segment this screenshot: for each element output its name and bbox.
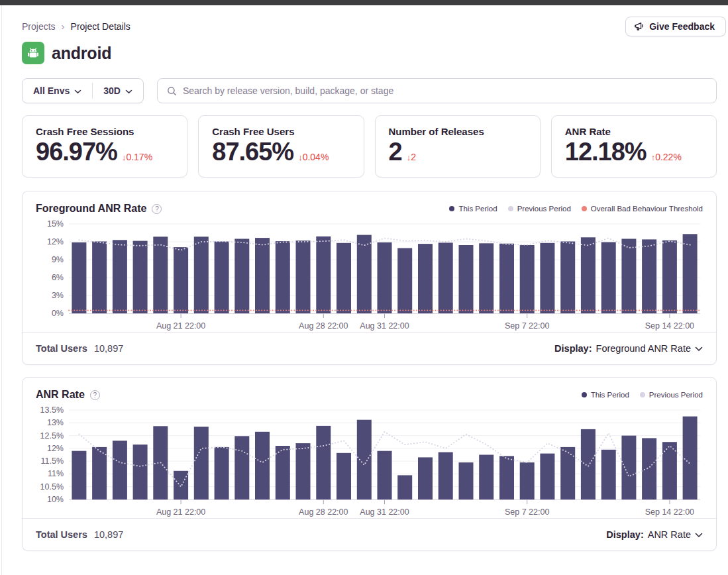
chevron-down-icon	[695, 529, 703, 540]
breadcrumb-current: Project Details	[71, 21, 130, 32]
display-value: ANR Rate	[648, 529, 691, 540]
foreground-anr-rate-chart[interactable]: 0%3%6%9%12%15%Aug 21 22:00Aug 28 22:00Au…	[36, 219, 704, 332]
stats-row: Crash Free Sessions 96.97% ↓0.17% Crash …	[22, 115, 717, 178]
chevron-right-icon: ›	[62, 21, 65, 32]
stat-delta: ↓0.04%	[298, 152, 329, 162]
svg-text:Aug 21 22:00: Aug 21 22:00	[156, 507, 205, 517]
svg-text:13.5%: 13.5%	[40, 405, 64, 415]
help-icon[interactable]: ?	[90, 390, 100, 400]
project-header: android	[22, 42, 717, 64]
stat-card-crash-free-sessions: Crash Free Sessions 96.97% ↓0.17%	[22, 115, 187, 178]
svg-text:Aug 28 22:00: Aug 28 22:00	[299, 507, 348, 517]
svg-text:12%: 12%	[47, 444, 64, 453]
svg-text:Aug 21 22:00: Aug 21 22:00	[156, 321, 205, 331]
total-users: Total Users 10,897	[36, 529, 123, 540]
foreground-anr-rate-card: Foreground ANR Rate ? This PeriodPreviou…	[22, 191, 717, 365]
search-icon	[167, 86, 177, 96]
stat-value: 12.18%	[565, 138, 647, 166]
svg-text:13%: 13%	[47, 418, 64, 427]
anr-rate-chart[interactable]: 10%10.5%11%11.5%12%12.5%13%13.5%Aug 21 2…	[36, 405, 704, 518]
filter-group: All Envs 30D	[22, 78, 144, 103]
total-users: Total Users 10,897	[36, 343, 123, 354]
legend-item[interactable]: This Period	[449, 205, 497, 213]
svg-text:Aug 31 22:00: Aug 31 22:00	[360, 507, 409, 517]
stat-card-anr-rate: ANR Rate 12.18% ↑0.22%	[551, 115, 717, 178]
legend-item[interactable]: This Period	[582, 391, 629, 399]
stat-label: Crash Free Users	[212, 126, 350, 137]
svg-text:15%: 15%	[47, 219, 64, 229]
svg-text:Sep 7 22:00: Sep 7 22:00	[505, 321, 549, 331]
stat-label: ANR Rate	[565, 126, 703, 137]
legend-dot-icon	[640, 392, 645, 397]
stat-card-number-of-releases: Number of Releases 2 ↓2	[375, 115, 541, 178]
breadcrumb-projects-link[interactable]: Projects	[22, 21, 56, 32]
legend-dot-icon	[449, 206, 454, 211]
svg-text:Sep 14 22:00: Sep 14 22:00	[645, 321, 694, 331]
environment-filter-dropdown[interactable]: All Envs	[23, 79, 92, 103]
svg-text:10%: 10%	[47, 495, 64, 504]
legend-dot-icon	[582, 206, 587, 211]
display-dropdown[interactable]: Display: Foreground ANR Rate	[554, 343, 703, 354]
chart-legend: This PeriodPrevious PeriodOverall Bad Be…	[449, 205, 703, 213]
stat-value: 87.65%	[212, 138, 293, 166]
stat-delta: ↑0.22%	[651, 152, 682, 162]
legend-item[interactable]: Previous Period	[640, 391, 703, 399]
breadcrumb: Projects › Project Details	[22, 5, 717, 32]
chart-plot-area: 10%10.5%11%11.5%12%12.5%13%13.5%Aug 21 2…	[23, 403, 716, 518]
svg-text:9%: 9%	[52, 255, 64, 264]
legend-dot-icon	[508, 206, 513, 211]
svg-text:Aug 31 22:00: Aug 31 22:00	[360, 321, 409, 331]
svg-text:12%: 12%	[47, 237, 64, 246]
legend-item[interactable]: Overall Bad Behaviour Threshold	[582, 205, 703, 213]
date-range-dropdown[interactable]: 30D	[93, 79, 143, 103]
svg-text:11.5%: 11.5%	[40, 456, 64, 466]
megaphone-icon	[634, 21, 645, 32]
environment-filter-label: All Envs	[33, 85, 70, 96]
total-users-value: 10,897	[94, 529, 123, 540]
svg-text:10.5%: 10.5%	[40, 482, 64, 492]
stat-value: 96.97%	[36, 138, 117, 166]
svg-text:11%: 11%	[48, 469, 64, 478]
chart-title: Foreground ANR Rate	[36, 203, 146, 215]
help-icon[interactable]: ?	[152, 204, 162, 214]
page-title: android	[52, 44, 111, 63]
anr-rate-card: ANR Rate ? This PeriodPrevious Period 10…	[22, 377, 717, 551]
stat-label: Number of Releases	[389, 126, 527, 137]
svg-text:3%: 3%	[52, 291, 64, 300]
chevron-down-icon	[125, 85, 132, 96]
give-feedback-button[interactable]: Give Feedback	[625, 17, 726, 36]
svg-text:Sep 14 22:00: Sep 14 22:00	[645, 507, 694, 517]
svg-text:Aug 28 22:00: Aug 28 22:00	[299, 321, 348, 331]
stat-delta: ↓2	[407, 152, 416, 162]
android-platform-icon	[22, 42, 44, 64]
search-input[interactable]	[183, 85, 707, 96]
chart-plot-area: 0%3%6%9%12%15%Aug 21 22:00Aug 28 22:00Au…	[23, 217, 716, 332]
svg-text:6%: 6%	[52, 273, 64, 282]
stat-delta: ↓0.17%	[122, 152, 152, 162]
display-value: Foreground ANR Rate	[596, 343, 691, 354]
chart-legend: This PeriodPrevious Period	[582, 391, 703, 399]
chevron-down-icon	[74, 85, 81, 96]
chart-title: ANR Rate	[36, 389, 85, 401]
legend-item[interactable]: Previous Period	[508, 205, 571, 213]
filter-bar: All Envs 30D	[22, 78, 717, 103]
svg-text:Sep 7 22:00: Sep 7 22:00	[505, 507, 549, 517]
stat-card-crash-free-users: Crash Free Users 87.65% ↓0.04%	[198, 115, 364, 178]
chevron-down-icon	[695, 343, 703, 354]
date-range-label: 30D	[103, 85, 121, 96]
give-feedback-label: Give Feedback	[649, 21, 715, 32]
total-users-value: 10,897	[94, 343, 123, 354]
left-edge-divider	[1, 5, 2, 575]
stat-label: Crash Free Sessions	[36, 126, 174, 137]
svg-text:0%: 0%	[52, 309, 64, 318]
project-details-page: Projects › Project Details Give Feedback	[22, 0, 717, 551]
release-search[interactable]	[157, 78, 717, 103]
stat-value: 2	[389, 138, 402, 166]
legend-dot-icon	[582, 392, 587, 397]
display-dropdown[interactable]: Display: ANR Rate	[606, 529, 703, 540]
svg-text:12.5%: 12.5%	[40, 431, 64, 441]
